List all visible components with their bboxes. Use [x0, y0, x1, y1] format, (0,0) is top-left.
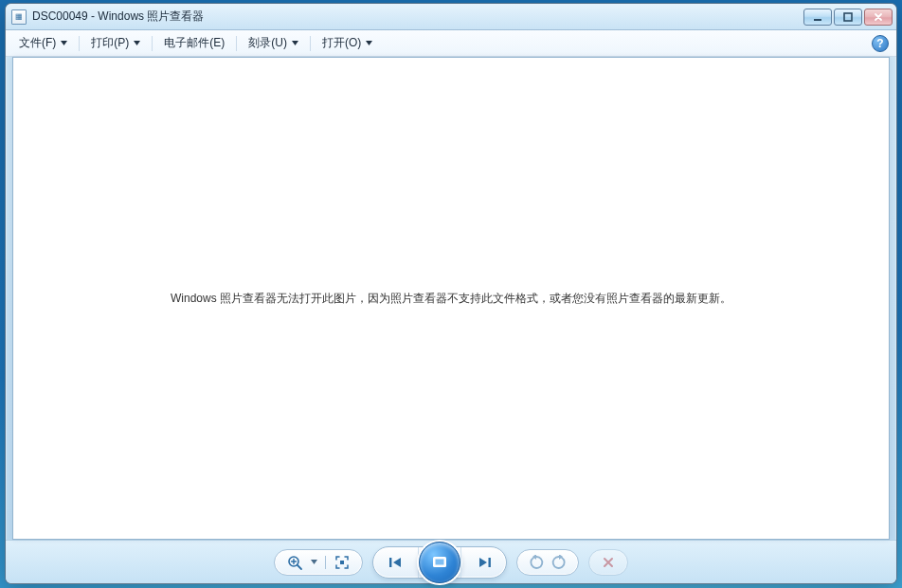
menu-burn[interactable]: 刻录(U) — [241, 31, 306, 55]
x-icon — [602, 556, 615, 569]
window-title: DSC00049 - Windows 照片查看器 — [32, 9, 204, 25]
rotate-cw-icon — [551, 555, 567, 570]
help-button[interactable]: ? — [872, 35, 889, 52]
chevron-down-icon — [61, 41, 67, 45]
delete-button[interactable] — [588, 549, 628, 576]
zoom-button[interactable] — [286, 554, 303, 571]
skip-next-icon — [475, 556, 494, 569]
svg-rect-4 — [389, 558, 391, 567]
menu-separator — [310, 36, 311, 51]
maximize-button[interactable] — [834, 9, 862, 26]
chevron-down-icon — [134, 41, 140, 45]
slideshow-button[interactable] — [419, 542, 460, 583]
previous-button[interactable] — [373, 547, 419, 578]
menu-burn-label: 刻录(U) — [248, 35, 287, 51]
magnifier-plus-icon — [286, 554, 303, 571]
zoom-group — [274, 549, 363, 576]
chevron-down-icon — [311, 560, 317, 564]
rotate-cw-button[interactable] — [551, 555, 567, 570]
titlebar: ▦ DSC00049 - Windows 照片查看器 — [6, 4, 896, 30]
svg-rect-0 — [814, 19, 821, 21]
control-bar — [6, 540, 896, 583]
chevron-down-icon — [292, 41, 298, 45]
menu-email-label: 电子邮件(E) — [164, 35, 225, 51]
menu-separator — [236, 36, 237, 51]
menu-file-label: 文件(F) — [19, 35, 56, 51]
menu-file[interactable]: 文件(F) — [11, 31, 75, 55]
app-icon: ▦ — [11, 9, 27, 25]
rotate-ccw-button[interactable] — [529, 555, 544, 570]
minimize-button[interactable] — [803, 9, 832, 26]
menu-separator — [152, 36, 153, 51]
navigation-group — [372, 546, 507, 579]
menubar: 文件(F) 打印(P) 电子邮件(E) 刻录(U) 打开(O) ? — [6, 30, 896, 57]
maximize-icon — [842, 11, 854, 23]
chevron-down-icon — [366, 41, 372, 45]
minimize-icon — [812, 11, 823, 23]
viewport-error-message: Windows 照片查看器无法打开此图片，因为照片查看器不支持此文件格式，或者您… — [171, 291, 731, 307]
menu-email[interactable]: 电子邮件(E) — [156, 31, 232, 55]
svg-rect-3 — [340, 561, 344, 564]
menu-print[interactable]: 打印(P) — [83, 31, 148, 55]
svg-rect-1 — [844, 13, 852, 21]
app-window: ▦ DSC00049 - Windows 照片查看器 文件(F) 打印(P) 电 — [5, 3, 897, 584]
svg-rect-7 — [488, 558, 490, 567]
close-button[interactable] — [864, 9, 893, 26]
menu-open-label: 打开(O) — [322, 35, 361, 51]
svg-rect-6 — [436, 559, 444, 564]
next-button[interactable] — [460, 547, 506, 578]
image-viewport: Windows 照片查看器无法打开此图片，因为照片查看器不支持此文件格式，或者您… — [12, 57, 890, 540]
menu-print-label: 打印(P) — [91, 35, 129, 51]
caption-buttons — [803, 9, 894, 26]
rotate-ccw-icon — [529, 555, 544, 570]
menu-open[interactable]: 打开(O) — [315, 31, 380, 55]
fit-window-icon — [334, 554, 351, 571]
rotate-group — [516, 549, 579, 576]
skip-previous-icon — [387, 556, 406, 569]
menu-separator — [79, 36, 80, 51]
close-icon — [873, 11, 884, 23]
slideshow-icon — [429, 552, 450, 573]
separator — [325, 556, 326, 569]
fit-button[interactable] — [334, 554, 351, 571]
